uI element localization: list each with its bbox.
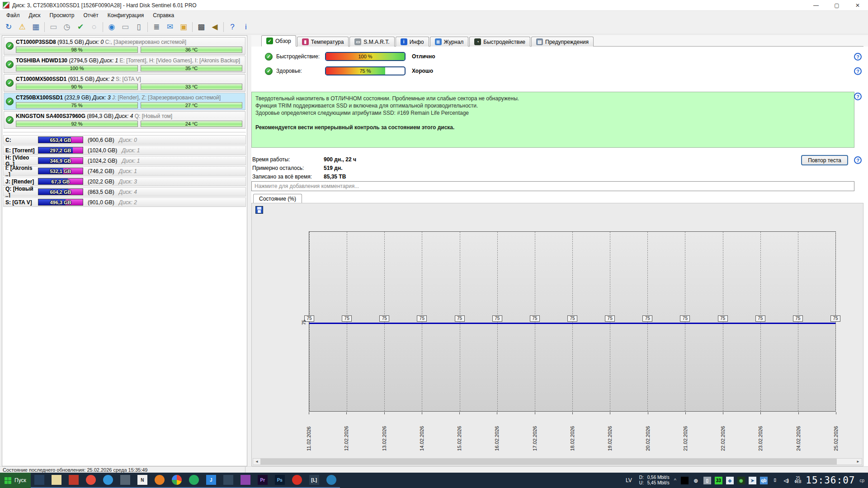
info-icon[interactable]: i — [239, 21, 253, 33]
taskbar-app-5[interactable] — [99, 473, 117, 488]
maximize-button[interactable]: ▢ — [826, 0, 847, 11]
menu-item[interactable]: Справка — [148, 11, 179, 19]
tab[interactable]: ▭ S.M.A.R.T. — [349, 37, 394, 47]
tab[interactable]: i Инфо — [396, 37, 429, 47]
mail-report-icon[interactable]: ✉ — [163, 21, 177, 33]
taskbar-app-15[interactable]: Ps — [271, 473, 288, 488]
taskbar-app-3[interactable] — [65, 473, 82, 488]
chart-y-axis-label: 75 — [302, 320, 307, 325]
tray-icons: ◎▯33◆◉➤qb⌷◁) — [681, 477, 790, 484]
taskbar-app-8[interactable] — [151, 473, 168, 488]
comment-input[interactable] — [251, 181, 854, 191]
tray-telegram-icon[interactable]: ➤ — [749, 477, 756, 484]
menu-item[interactable]: Отчёт — [79, 11, 103, 19]
taskbar-app-14[interactable]: Pr — [254, 473, 271, 488]
taskbar-app-11[interactable]: J — [203, 473, 220, 488]
help-icon[interactable]: ? — [854, 93, 862, 100]
network-folder-icon[interactable]: ▣ — [177, 21, 190, 33]
minimize-button[interactable]: — — [806, 0, 826, 11]
language-indicator[interactable]: LV — [623, 477, 635, 483]
partition-free-space: 297,2 GB — [38, 147, 83, 153]
tray-qbittorrent-icon[interactable]: qb — [760, 477, 768, 484]
tray-alien-icon[interactable]: ◉ — [737, 477, 745, 484]
scroll-left-icon[interactable]: ◄ — [253, 459, 260, 465]
speaker-icon[interactable]: ◀ — [208, 21, 222, 33]
menu-item[interactable]: Просмотр — [45, 11, 79, 19]
menu-item[interactable]: Файл — [2, 11, 24, 19]
chart-x-tick — [648, 412, 648, 414]
taskbar-app-7[interactable]: N — [134, 473, 151, 488]
disk-ok-icon[interactable]: ✔ — [74, 21, 87, 33]
chart-tab-state[interactable]: Состояние (%) — [253, 194, 302, 203]
tray-dropbox-icon[interactable]: ◆ — [726, 477, 734, 484]
help-icon[interactable]: ? — [854, 156, 862, 164]
disk-plain-icon[interactable]: ▭ — [118, 21, 132, 33]
menu-item[interactable]: Конфигурация — [103, 11, 149, 19]
disk-search-icon[interactable]: ◌ — [87, 21, 101, 33]
taskbar-app-16[interactable] — [288, 473, 306, 488]
chart-point-label: 75 — [455, 315, 465, 322]
start-button[interactable]: Пуск — [0, 473, 31, 488]
disk-globe-icon[interactable]: ◉ — [105, 21, 118, 33]
status-bar: Состояние последнего обновления: 25.02.2… — [0, 466, 868, 473]
tab[interactable]: ▤ Предупреждения — [531, 37, 594, 47]
partition-row[interactable]: C: 653,4 GB (900,6 GB) Диск: 0 — [3, 135, 246, 145]
retest-button[interactable]: Повтор теста — [801, 155, 848, 165]
download-label: D: — [639, 475, 644, 480]
taskbar-app-2[interactable] — [48, 473, 65, 488]
partition-free-space: 604,2 GB — [38, 189, 83, 195]
tray-temp-icon[interactable]: 33 — [715, 477, 722, 484]
tray-black-window-icon[interactable] — [681, 477, 689, 484]
tab[interactable]: ▮ Температура — [297, 37, 349, 47]
tray-network-icon[interactable]: ⌷ — [771, 477, 779, 484]
menu-item[interactable]: Диск — [24, 11, 45, 19]
help-icon[interactable]: ? — [854, 53, 862, 61]
taskbar-app-18[interactable] — [323, 473, 340, 488]
taskbar-app-17[interactable]: [L] — [306, 473, 323, 488]
taskbar-app-6[interactable] — [117, 473, 134, 488]
disk-list-item[interactable]: ✓ CT1000P3SSD8 (931,5 GB) Диск: 0 C:, [З… — [4, 37, 245, 55]
disk-usb-icon[interactable]: ▯ — [132, 21, 146, 33]
tray-usb-icon[interactable]: ▯ — [703, 477, 711, 484]
help-icon[interactable]: ? — [226, 21, 239, 33]
taskbar-app-12[interactable] — [220, 473, 237, 488]
tray-chevron-up-icon[interactable]: ^ — [674, 478, 676, 483]
chart-scrollbar[interactable]: ◄ ► — [253, 458, 862, 465]
partition-row[interactable]: J: [Render] 67,3 GB (202,2 GB) Диск: 3 — [3, 177, 246, 186]
disk-list-item[interactable]: ✓ CT250BX100SSD1 (232,9 GB) Диск: 3 J: [… — [4, 93, 245, 110]
disk-warning-icon[interactable]: ⚠ — [15, 21, 29, 33]
disk-gray-icon[interactable]: ▭ — [47, 21, 60, 33]
taskbar-app-13[interactable] — [237, 473, 254, 488]
tray-calendar[interactable]: 25 ФЕВ — [795, 477, 801, 484]
save-chart-icon[interactable] — [255, 206, 263, 214]
tab[interactable]: ≣ Журнал — [430, 37, 469, 47]
surface-test-icon[interactable]: ▩ — [194, 21, 208, 33]
partition-row[interactable]: S: [GTA V] 496,3 GB (901,0 GB) Диск: 2 — [3, 197, 246, 207]
help-icon[interactable]: ? — [854, 67, 862, 75]
report-icon[interactable]: ≣ — [150, 21, 163, 33]
monitor-disk-icon[interactable]: ▦ — [29, 21, 42, 33]
taskbar-app-10[interactable] — [185, 473, 203, 488]
partition-row[interactable]: I: [Akronis ..] 532,1 GB (746,2 GB) Диск… — [3, 166, 246, 176]
tray-clock[interactable]: 15:36:07 — [806, 475, 855, 486]
close-button[interactable]: ✕ — [847, 0, 868, 11]
scrollbar-thumb[interactable] — [260, 459, 837, 465]
tab[interactable]: ✓ Обзор — [261, 35, 296, 47]
disk-list-item[interactable]: ✓ CT1000MX500SSD1 (931,5 GB) Диск: 2 S: … — [4, 74, 245, 92]
tray-volume-icon[interactable]: ◁) — [783, 477, 790, 484]
tray-steam-icon[interactable]: ◎ — [692, 477, 700, 484]
overview-content: ✓ Быстродействие: 100 % Отлично ? ✓ Здор… — [251, 47, 868, 466]
scroll-right-icon[interactable]: ► — [854, 459, 862, 465]
disk-list-item[interactable]: ✓ TOSHIBA HDWD130 (2794,5 GB) Диск: 1 E:… — [4, 56, 245, 73]
taskbar-app-4[interactable] — [82, 473, 99, 488]
partition-row[interactable]: E: [Torrent] 297,2 GB (1024,0 GB) Диск: … — [3, 145, 246, 155]
partition-free-space: 653,4 GB — [38, 137, 83, 143]
taskbar-app-1[interactable] — [31, 473, 48, 488]
taskbar-app-9[interactable] — [168, 473, 185, 488]
tab[interactable]: ◔ Быстродействие — [469, 37, 530, 47]
disk-clock-icon[interactable]: ◷ — [60, 21, 74, 33]
disk-list-item[interactable]: ✓ KINGSTON SA400S37960G (894,3 GB) Диск:… — [4, 111, 245, 129]
partition-row[interactable]: H: [Video G..] 346,9 GB (1024,2 GB) Диск… — [3, 156, 246, 165]
refresh-icon[interactable]: ↻ — [2, 21, 15, 33]
partition-row[interactable]: Q: [Новый ..] 604,2 GB (863,5 GB) Диск: … — [3, 187, 246, 197]
